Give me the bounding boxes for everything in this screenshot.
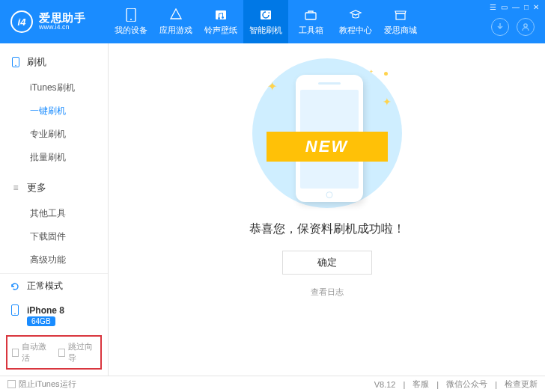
footer-right: V8.12 | 客服 | 微信公众号 | 检查更新: [374, 379, 538, 390]
nav-tutorial[interactable]: 教程中心: [333, 0, 378, 43]
nav-label: 我的设备: [115, 25, 147, 36]
menu-icon[interactable]: ☰: [490, 3, 496, 11]
separator: |: [495, 380, 497, 389]
store-icon: [393, 8, 408, 22]
toolbox-icon: [303, 8, 318, 22]
sparkle-icon: ✦: [383, 96, 392, 108]
device-storage-badge: 64GB: [27, 316, 55, 326]
svg-point-6: [524, 24, 527, 27]
sidebar-section-title: 刷机: [27, 55, 46, 69]
success-message: 恭喜您，保资料刷机成功啦！: [109, 221, 545, 237]
checkbox-icon: [58, 349, 65, 357]
sidebar-section-more[interactable]: ≡ 更多: [0, 177, 108, 199]
maximize-icon[interactable]: □: [524, 3, 529, 11]
tutorial-icon: [348, 8, 363, 22]
ringtone-icon: [213, 8, 228, 22]
brand-name: 爱思助手: [39, 12, 85, 25]
success-illustration: NEW ✦ ✦ ✦: [245, 58, 409, 208]
logo-icon: i4: [10, 10, 33, 33]
ok-button[interactable]: 确定: [282, 251, 372, 275]
phone-icon: [124, 8, 138, 22]
phone-icon: [10, 57, 21, 67]
svg-rect-4: [305, 13, 316, 19]
checkbox-label: 跳过向导: [68, 341, 96, 364]
checkbox-label: 自动激活: [22, 341, 49, 364]
brand-block: i4 爱思助手 www.i4.cn: [0, 10, 109, 33]
nav-label: 智能刷机: [249, 25, 282, 36]
nav-label: 铃声壁纸: [204, 25, 237, 36]
checkbox-icon: [7, 380, 16, 388]
support-link[interactable]: 客服: [412, 379, 429, 390]
apps-icon: [168, 8, 183, 22]
separator: |: [436, 380, 439, 389]
sidebar-bottom: 正常模式 iPhone 8 64GB 自动激活 跳过向导: [0, 273, 108, 376]
mode-card[interactable]: 正常模式: [0, 274, 108, 298]
sparkle-icon: ✦: [267, 79, 277, 94]
svg-rect-5: [396, 13, 405, 19]
device-name: iPhone 8: [27, 305, 64, 316]
checkbox-label: 阻止iTunes运行: [19, 379, 76, 390]
sidebar-item-itunes-flash[interactable]: iTunes刷机: [0, 76, 108, 99]
device-card[interactable]: iPhone 8 64GB: [0, 298, 108, 331]
app-body: 刷机 iTunes刷机 一键刷机 专业刷机 批量刷机 ≡ 更多 其他工具 下载固…: [0, 43, 545, 376]
sidebar-item-download-firmware[interactable]: 下载固件: [0, 225, 108, 248]
minimize-icon[interactable]: —: [512, 3, 520, 11]
brand-text: 爱思助手 www.i4.cn: [39, 12, 85, 31]
status-bar: 阻止iTunes运行 V8.12 | 客服 | 微信公众号 | 检查更新: [0, 376, 545, 392]
sidebar-item-oneclick-flash[interactable]: 一键刷机: [0, 99, 108, 123]
separator: |: [403, 380, 405, 389]
auto-activate-checkbox[interactable]: 自动激活: [12, 341, 49, 364]
user-button[interactable]: [517, 18, 535, 36]
nav-flash[interactable]: 智能刷机: [243, 0, 288, 43]
version-label: V8.12: [374, 380, 396, 389]
nav-label: 工具箱: [299, 25, 323, 36]
main-panel: NEW ✦ ✦ ✦ 恭喜您，保资料刷机成功啦！ 确定 查看日志: [109, 43, 545, 376]
sidebar-item-batch-flash[interactable]: 批量刷机: [0, 146, 108, 169]
sidebar-items-more: 其他工具 下载固件 高级功能: [0, 199, 108, 273]
nav-apps[interactable]: 应用游戏: [153, 0, 198, 43]
checkbox-icon: [12, 349, 19, 357]
mode-label: 正常模式: [27, 280, 63, 293]
sidebar-item-pro-flash[interactable]: 专业刷机: [0, 123, 108, 146]
nav-toolbox[interactable]: 工具箱: [288, 0, 333, 43]
refresh-icon: [9, 281, 21, 292]
nav-label: 应用游戏: [159, 25, 192, 36]
dot-icon: [384, 72, 388, 76]
skin-icon[interactable]: ▭: [501, 3, 508, 11]
window-controls: ☰ ▭ — □ ✕: [490, 3, 539, 11]
svg-point-10: [14, 313, 16, 315]
svg-point-1: [130, 19, 132, 20]
sidebar-item-advanced[interactable]: 高级功能: [0, 248, 108, 272]
update-link[interactable]: 检查更新: [505, 379, 538, 390]
flash-icon: [258, 8, 273, 22]
view-log-link[interactable]: 查看日志: [109, 287, 545, 298]
sidebar-section-flash[interactable]: 刷机: [0, 51, 108, 73]
sidebar-scroll: 刷机 iTunes刷机 一键刷机 专业刷机 批量刷机 ≡ 更多 其他工具 下载固…: [0, 43, 108, 273]
title-bar: i4 爱思助手 www.i4.cn 我的设备 应用游戏 铃声壁纸 智能刷机 工具…: [0, 0, 545, 43]
nav-ringtone[interactable]: 铃声壁纸: [198, 0, 243, 43]
download-button[interactable]: [491, 18, 509, 36]
nav-label: 爱思商城: [384, 25, 417, 36]
nav-label: 教程中心: [339, 25, 372, 36]
wechat-link[interactable]: 微信公众号: [446, 379, 487, 390]
sparkle-icon: ✦: [369, 69, 374, 75]
sidebar-item-other-tools[interactable]: 其他工具: [0, 202, 108, 225]
sidebar-items-flash: iTunes刷机 一键刷机 专业刷机 批量刷机: [0, 73, 108, 177]
svg-point-8: [15, 65, 16, 67]
phone-home-button: [326, 192, 332, 198]
header-right-buttons: [491, 18, 535, 36]
sidebar: 刷机 iTunes刷机 一键刷机 专业刷机 批量刷机 ≡ 更多 其他工具 下载固…: [0, 43, 109, 376]
menu-icon: ≡: [10, 183, 21, 193]
close-icon[interactable]: ✕: [533, 3, 539, 11]
skip-wizard-checkbox[interactable]: 跳过向导: [58, 341, 96, 364]
nav-store[interactable]: 爱思商城: [378, 0, 423, 43]
brand-url: www.i4.cn: [39, 24, 85, 31]
footer-left: 阻止iTunes运行: [7, 379, 76, 390]
nav-my-device[interactable]: 我的设备: [109, 0, 153, 43]
device-icon: [9, 304, 21, 316]
new-ribbon: NEW: [249, 126, 406, 171]
activation-options: 自动激活 跳过向导: [6, 335, 102, 370]
top-nav: 我的设备 应用游戏 铃声壁纸 智能刷机 工具箱 教程中心 爱思商城: [109, 0, 423, 43]
block-itunes-checkbox[interactable]: 阻止iTunes运行: [7, 379, 76, 390]
ribbon-body: NEW: [267, 132, 388, 162]
